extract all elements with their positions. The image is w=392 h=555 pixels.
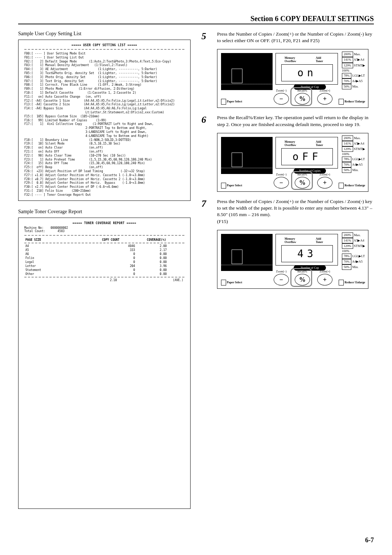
table-row: Folio00.00 xyxy=(24,256,184,260)
zoom-scale-list: 200% Max.141% A5▶A4129% STMT▶100% 78% LG… xyxy=(342,52,365,89)
tcr-total-value: 4583 xyxy=(58,230,65,233)
lcd-screen: MemoryOverflow AddToner on xyxy=(275,53,338,85)
table-row: Other00.00 xyxy=(24,272,184,276)
dotted-line xyxy=(221,265,272,265)
sample2-title: Sample Toner Coverage Report xyxy=(18,209,191,215)
paper-icon xyxy=(221,280,226,285)
copy-list-line: F19:[ 10] Silent Mode (0,5,10,15,30 Sec) xyxy=(24,142,184,146)
copy-list-line: F15:[ 105] Bypass Custom Size (105~216mm… xyxy=(24,115,184,119)
zoom-plus-button[interactable]: Zoom(+)+ xyxy=(317,270,332,285)
table-row: A440462.00 xyxy=(24,244,184,248)
copy-list-line: F22:[ 90] Auto Clear Time (10~270 Sec (1… xyxy=(24,154,184,158)
step-block: 6 Press the Recall%/Enter key. The opera… xyxy=(201,114,374,127)
paper-select-button[interactable]: Paper Select xyxy=(221,280,242,285)
step-text: Press the Number of Copies / Zoom(+) or … xyxy=(217,198,374,225)
copy-list-line: F23:[ 1] Auto Preheat Time (1,5,15,30,45… xyxy=(24,158,184,162)
divider xyxy=(24,277,184,278)
copy-list-line: F09:[ 1] Photo Mode (1:Error diffusion, … xyxy=(24,87,184,91)
recall-percent-button[interactable]: Recall%% xyxy=(295,89,310,105)
copy-list-line: F02:[ 2] Default Image Mode (1:Auto,2:Te… xyxy=(24,60,184,64)
tcr-col-header xyxy=(180,238,184,242)
copy-list-line: F04:[ 3] AE Adjustment (1:Lighter, -----… xyxy=(24,68,184,72)
divider xyxy=(24,49,184,50)
zoom-scale-list: 200% Max.141% A5▶A4129% STMT▶100% 78% LG… xyxy=(342,135,365,173)
copy-list-line: 2:PORTRAIT Top to Bottom and Right, xyxy=(24,126,184,130)
table-row: A600.00 xyxy=(24,252,184,256)
memory-overflow-label: MemoryOverflow xyxy=(285,56,296,63)
table-row: Legal00.00 xyxy=(24,260,184,264)
copy-list-line: F29:[ 0.0] Adjust Center Position of Hor… xyxy=(24,181,184,185)
add-toner-label: AddToner xyxy=(316,56,323,63)
copy-list-line: F25:[ off] Beep (on,off) xyxy=(24,166,184,170)
copy-list-line: F32:[ ---- ] Toner Coverage Report Out xyxy=(24,193,184,197)
operation-panel-illustration: MemoryOverflow AddToner oFF Number of Co… xyxy=(217,133,368,192)
step-block: 7 Press the Number of Copies / Zoom(+) o… xyxy=(201,198,374,225)
tcr-col-header: COVERAGE(%) xyxy=(133,238,180,242)
copy-list-line: F11:[ on] Auto Cassette Change (on, off) xyxy=(24,95,184,99)
copy-list-line: F10:[ 1] Default Cassette (1:Cassette 1,… xyxy=(24,91,184,95)
copy-list-line: F08:[ 1] Correct. Fine Black Line (1:Off… xyxy=(24,83,184,87)
copy-list-line: F24:[ 15] Auto Off Time (15,30,45,60,90,… xyxy=(24,162,184,166)
table-row: Letter2043.96 xyxy=(24,264,184,268)
divider xyxy=(24,235,184,236)
copy-list-line: F27:[ +1.0] Adjust Center Position of Ho… xyxy=(24,174,184,178)
copy-report-title: ===== USER COPY SETTING LIST ===== xyxy=(24,44,184,47)
copy-list-line: F01:[ ---- ] User Setting List Out xyxy=(24,56,184,60)
zoom-minus-button[interactable]: Zoom(−)− xyxy=(274,173,289,189)
recall-percent-button[interactable]: Recall%% xyxy=(295,173,310,189)
reduce-enlarge-button[interactable]: Reduce/ Enlarge xyxy=(339,183,365,189)
step-block: 5 Press the Number of Copies / Zoom(+) o… xyxy=(201,31,374,44)
table-row: Statement00.00 xyxy=(24,268,184,272)
zoom-minus-button[interactable]: Zoom(−)− xyxy=(274,270,289,285)
dotted-line xyxy=(221,84,272,84)
step-number: 6 xyxy=(201,114,211,127)
user-copy-list-box: ===== USER COPY SETTING LIST ===== F00:[… xyxy=(18,40,191,201)
sample1-title: Sample User Copy Setting List xyxy=(18,31,191,37)
copy-list-line: F06:[ 3] Photo Orig. density Set (1:Ligh… xyxy=(24,76,184,80)
reduce-enlarge-button[interactable]: Reduce/ Enlarge xyxy=(339,280,365,285)
tcr-total-label: Total Count: xyxy=(24,230,45,233)
zoom-minus-button[interactable]: Zoom(−)− xyxy=(274,89,289,105)
table-row: A53332.17 xyxy=(24,248,184,252)
paper-select-button[interactable]: Paper Select xyxy=(221,99,242,105)
segment-display: on xyxy=(281,64,333,81)
recall-percent-button[interactable]: Recall%% xyxy=(295,270,310,285)
copy-list-line: F17:[ 1] 4in1 Collective Copy (1:PORTRAI… xyxy=(24,122,184,126)
step-number: 5 xyxy=(201,31,211,44)
paper-select-button[interactable]: Paper Select xyxy=(221,183,242,189)
paper-icon xyxy=(221,183,226,189)
memory-overflow-label: MemoryOverflow xyxy=(285,140,296,147)
copy-list-line: F30:[ +2.7] Adjust Center Position of DP… xyxy=(24,185,184,189)
copy-list-line: F14:[ -A4] Bypass Size (A4:A4,A5:A5,A6:A… xyxy=(24,107,184,111)
segment-display: 43 xyxy=(281,245,333,262)
reduce-enlarge-button[interactable]: Reduce/ Enlarge xyxy=(339,99,365,105)
zoom-scale-list: 200% Max.141% A5▶A4129% STMT▶100% 78% LG… xyxy=(342,232,365,270)
copy-list-line: F20:[ on] Auto Clear (on,off) xyxy=(24,146,184,150)
copy-list-line: F26:[ +23] Adjust Position of DP lead Ti… xyxy=(24,170,184,174)
lcd-screen: MemoryOverflow AddToner 43 xyxy=(275,234,338,266)
tcr-machine-value: 0000000002 xyxy=(50,226,68,230)
copy-list-line: F13:[ -A4] Cassette 2 Size (A4:A4,A5:A5,… xyxy=(24,103,184,107)
copy-list-line: F21:[ on] Auto Off (on,off) xyxy=(24,150,184,154)
step-number: 7 xyxy=(201,198,211,225)
enlarge-icon xyxy=(339,183,344,189)
section-header: Section 6 COPY DEFAULT SETTINGS xyxy=(18,15,374,24)
copy-list-line: Lt:Letter,St:Statement,o2:Oficio2,xxx:Cu… xyxy=(24,111,184,115)
panel-display-area xyxy=(221,53,273,90)
zoom-plus-button[interactable]: Zoom(+)+ xyxy=(317,89,332,105)
dotted-line xyxy=(221,168,272,168)
panel-display-area xyxy=(221,137,273,174)
paper-icon xyxy=(232,69,242,83)
paper-icon xyxy=(232,250,242,264)
panel-display-area xyxy=(221,234,273,271)
copy-list-line: F03:[ 1] Manual Density Adjustment (1:5l… xyxy=(24,64,184,68)
tcr-title: ===== TONER COVERAGE REPORT ===== xyxy=(24,222,184,225)
toner-coverage-box: ===== TONER COVERAGE REPORT ===== Machin… xyxy=(18,218,191,509)
copy-list-line: F12:[ -A4] Cassette 1 Size (A4:A4,A5:A5,… xyxy=(24,99,184,103)
add-toner-label: AddToner xyxy=(316,237,323,244)
step-text: Press the Recall%/Enter key. The operati… xyxy=(217,114,374,127)
copy-list-line: 3:LANDSCAPE Left to Right and Down, xyxy=(24,130,184,134)
lcd-screen: MemoryOverflow AddToner oFF xyxy=(275,137,338,169)
zoom-plus-button[interactable]: Zoom(+)+ xyxy=(317,173,332,189)
copy-list-line: F05:[ 3] Text&Photo Orig. density Set (1… xyxy=(24,72,184,76)
